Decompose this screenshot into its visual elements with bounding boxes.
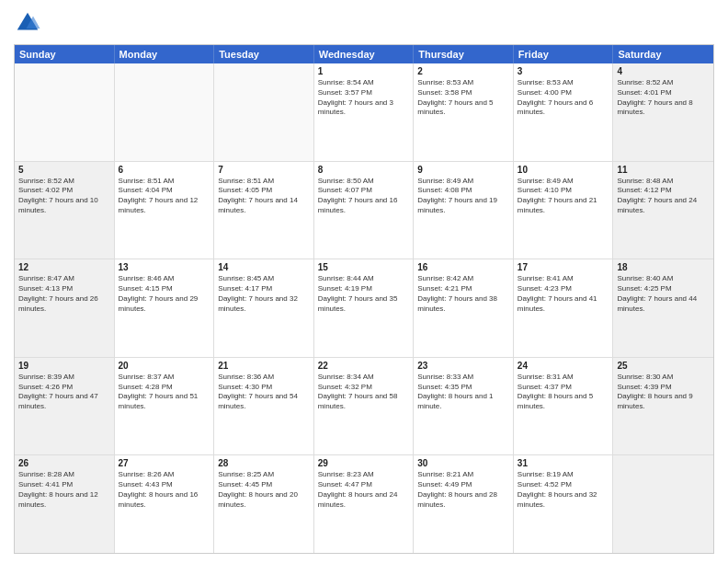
cell-info: Sunrise: 8:49 AM Sunset: 4:10 PM Dayligh… (518, 177, 609, 216)
cal-cell-day-27: 27Sunrise: 8:26 AM Sunset: 4:43 PM Dayli… (115, 455, 215, 553)
cell-info: Sunrise: 8:53 AM Sunset: 3:58 PM Dayligh… (417, 78, 509, 118)
cal-header-sunday: Sunday (15, 45, 115, 63)
cal-cell-empty (115, 63, 215, 161)
day-number: 27 (119, 458, 210, 468)
day-number: 21 (218, 361, 310, 371)
calendar-row-3: 19Sunrise: 8:39 AM Sunset: 4:26 PM Dayli… (15, 358, 713, 456)
day-number: 28 (218, 458, 310, 468)
cal-header-monday: Monday (115, 45, 215, 63)
cal-cell-day-1: 1Sunrise: 8:54 AM Sunset: 3:57 PM Daylig… (314, 63, 415, 161)
day-number: 18 (617, 262, 710, 272)
calendar-row-0: 1Sunrise: 8:54 AM Sunset: 3:57 PM Daylig… (15, 63, 713, 162)
calendar-header-row: SundayMondayTuesdayWednesdayThursdayFrid… (15, 45, 713, 63)
calendar-row-1: 5Sunrise: 8:52 AM Sunset: 4:02 PM Daylig… (15, 162, 713, 260)
cal-cell-day-10: 10Sunrise: 8:49 AM Sunset: 4:10 PM Dayli… (514, 162, 614, 259)
cell-info: Sunrise: 8:46 AM Sunset: 4:15 PM Dayligh… (119, 274, 210, 314)
day-number: 25 (617, 361, 710, 371)
cal-cell-day-31: 31Sunrise: 8:19 AM Sunset: 4:52 PM Dayli… (514, 455, 614, 553)
cal-cell-day-18: 18Sunrise: 8:40 AM Sunset: 4:25 PM Dayli… (613, 259, 713, 357)
cal-cell-day-6: 6Sunrise: 8:51 AM Sunset: 4:04 PM Daylig… (115, 162, 215, 259)
cal-cell-day-19: 19Sunrise: 8:39 AM Sunset: 4:26 PM Dayli… (15, 358, 115, 455)
cal-cell-day-16: 16Sunrise: 8:42 AM Sunset: 4:21 PM Dayli… (414, 259, 514, 357)
cal-cell-day-23: 23Sunrise: 8:33 AM Sunset: 4:35 PM Dayli… (414, 358, 514, 455)
logo (14, 9, 45, 37)
day-number: 24 (518, 361, 609, 371)
day-number: 13 (119, 262, 210, 272)
cal-header-tuesday: Tuesday (214, 45, 314, 63)
day-number: 19 (18, 361, 110, 371)
cell-info: Sunrise: 8:21 AM Sunset: 4:49 PM Dayligh… (417, 470, 509, 510)
cal-header-saturday: Saturday (613, 45, 713, 63)
cal-cell-day-24: 24Sunrise: 8:31 AM Sunset: 4:37 PM Dayli… (514, 358, 614, 455)
cell-info: Sunrise: 8:25 AM Sunset: 4:45 PM Dayligh… (218, 470, 310, 510)
cal-header-wednesday: Wednesday (314, 45, 415, 63)
cell-info: Sunrise: 8:34 AM Sunset: 4:32 PM Dayligh… (318, 373, 410, 412)
cell-info: Sunrise: 8:51 AM Sunset: 4:05 PM Dayligh… (218, 177, 310, 216)
day-number: 20 (119, 361, 210, 371)
day-number: 22 (318, 361, 410, 371)
cal-header-thursday: Thursday (414, 45, 514, 63)
cal-cell-day-21: 21Sunrise: 8:36 AM Sunset: 4:30 PM Dayli… (214, 358, 314, 455)
cell-info: Sunrise: 8:37 AM Sunset: 4:28 PM Dayligh… (119, 373, 210, 412)
cell-info: Sunrise: 8:47 AM Sunset: 4:13 PM Dayligh… (18, 274, 110, 314)
cell-info: Sunrise: 8:48 AM Sunset: 4:12 PM Dayligh… (617, 177, 710, 216)
cal-cell-day-13: 13Sunrise: 8:46 AM Sunset: 4:15 PM Dayli… (115, 259, 215, 357)
cell-info: Sunrise: 8:26 AM Sunset: 4:43 PM Dayligh… (119, 470, 210, 510)
cal-cell-day-2: 2Sunrise: 8:53 AM Sunset: 3:58 PM Daylig… (414, 63, 514, 161)
calendar: SundayMondayTuesdayWednesdayThursdayFrid… (14, 44, 714, 554)
cell-info: Sunrise: 8:51 AM Sunset: 4:04 PM Dayligh… (119, 177, 210, 216)
cell-info: Sunrise: 8:36 AM Sunset: 4:30 PM Dayligh… (218, 373, 310, 412)
cal-cell-day-11: 11Sunrise: 8:48 AM Sunset: 4:12 PM Dayli… (613, 162, 713, 259)
calendar-body: 1Sunrise: 8:54 AM Sunset: 3:57 PM Daylig… (15, 63, 713, 553)
cal-cell-day-8: 8Sunrise: 8:50 AM Sunset: 4:07 PM Daylig… (314, 162, 415, 259)
day-number: 29 (318, 458, 410, 468)
cal-cell-empty (15, 63, 115, 161)
day-number: 6 (119, 165, 210, 175)
day-number: 26 (18, 458, 110, 468)
cal-cell-day-26: 26Sunrise: 8:28 AM Sunset: 4:41 PM Dayli… (15, 455, 115, 553)
cell-info: Sunrise: 8:28 AM Sunset: 4:41 PM Dayligh… (18, 470, 110, 510)
day-number: 15 (318, 262, 410, 272)
cell-info: Sunrise: 8:42 AM Sunset: 4:21 PM Dayligh… (417, 274, 509, 314)
cal-cell-day-22: 22Sunrise: 8:34 AM Sunset: 4:32 PM Dayli… (314, 358, 415, 455)
day-number: 12 (18, 262, 110, 272)
day-number: 16 (417, 262, 509, 272)
day-number: 8 (318, 165, 410, 175)
header (14, 9, 714, 37)
cal-header-friday: Friday (514, 45, 614, 63)
cal-cell-day-17: 17Sunrise: 8:41 AM Sunset: 4:23 PM Dayli… (514, 259, 614, 357)
cell-info: Sunrise: 8:31 AM Sunset: 4:37 PM Dayligh… (518, 373, 609, 412)
day-number: 14 (218, 262, 310, 272)
cal-cell-day-15: 15Sunrise: 8:44 AM Sunset: 4:19 PM Dayli… (314, 259, 415, 357)
cell-info: Sunrise: 8:40 AM Sunset: 4:25 PM Dayligh… (617, 274, 710, 314)
cell-info: Sunrise: 8:45 AM Sunset: 4:17 PM Dayligh… (218, 274, 310, 314)
cal-cell-day-25: 25Sunrise: 8:30 AM Sunset: 4:39 PM Dayli… (613, 358, 713, 455)
cell-info: Sunrise: 8:33 AM Sunset: 4:35 PM Dayligh… (417, 373, 509, 412)
day-number: 31 (518, 458, 609, 468)
cell-info: Sunrise: 8:44 AM Sunset: 4:19 PM Dayligh… (318, 274, 410, 314)
day-number: 1 (318, 66, 410, 76)
day-number: 7 (218, 165, 310, 175)
cal-cell-day-12: 12Sunrise: 8:47 AM Sunset: 4:13 PM Dayli… (15, 259, 115, 357)
day-number: 17 (518, 262, 609, 272)
day-number: 9 (417, 165, 509, 175)
day-number: 10 (518, 165, 609, 175)
day-number: 11 (617, 165, 710, 175)
cal-cell-day-9: 9Sunrise: 8:49 AM Sunset: 4:08 PM Daylig… (414, 162, 514, 259)
cal-cell-day-29: 29Sunrise: 8:23 AM Sunset: 4:47 PM Dayli… (314, 455, 415, 553)
cal-cell-day-7: 7Sunrise: 8:51 AM Sunset: 4:05 PM Daylig… (214, 162, 314, 259)
cal-cell-day-30: 30Sunrise: 8:21 AM Sunset: 4:49 PM Dayli… (414, 455, 514, 553)
day-number: 3 (518, 66, 609, 76)
cal-cell-day-5: 5Sunrise: 8:52 AM Sunset: 4:02 PM Daylig… (15, 162, 115, 259)
page: SundayMondayTuesdayWednesdayThursdayFrid… (0, 0, 728, 563)
calendar-row-2: 12Sunrise: 8:47 AM Sunset: 4:13 PM Dayli… (15, 259, 713, 358)
cell-info: Sunrise: 8:49 AM Sunset: 4:08 PM Dayligh… (417, 177, 509, 216)
cal-cell-empty (613, 455, 713, 553)
logo-icon (14, 9, 41, 37)
cell-info: Sunrise: 8:52 AM Sunset: 4:02 PM Dayligh… (18, 177, 110, 216)
cal-cell-day-20: 20Sunrise: 8:37 AM Sunset: 4:28 PM Dayli… (115, 358, 215, 455)
day-number: 2 (417, 66, 509, 76)
cell-info: Sunrise: 8:23 AM Sunset: 4:47 PM Dayligh… (318, 470, 410, 510)
cell-info: Sunrise: 8:39 AM Sunset: 4:26 PM Dayligh… (18, 373, 110, 412)
cal-cell-day-4: 4Sunrise: 8:52 AM Sunset: 4:01 PM Daylig… (613, 63, 713, 161)
